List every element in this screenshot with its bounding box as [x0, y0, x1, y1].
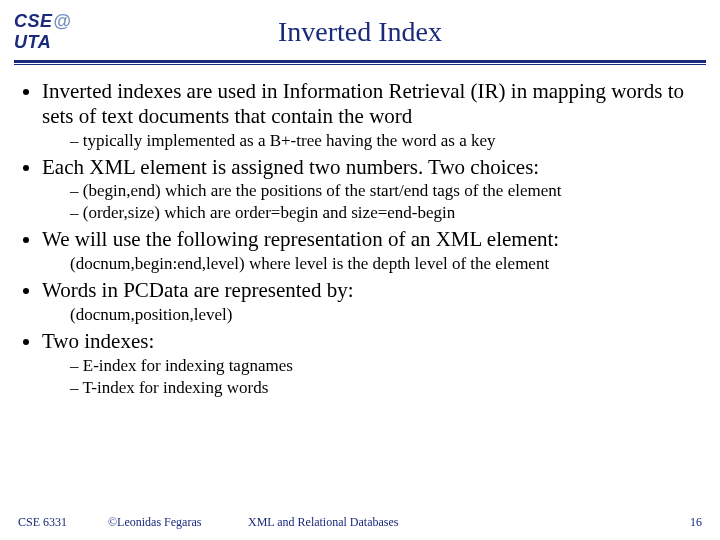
bullet-text: Each XML element is assigned two numbers…	[42, 155, 539, 179]
sub-item: (order,size) which are order=begin and s…	[70, 203, 700, 223]
footer-topic: XML and Relational Databases	[248, 515, 662, 530]
logo-text: CSE@UTA	[14, 11, 104, 53]
bullet-text: Words in PCData are represented by:	[42, 278, 353, 302]
header: CSE@UTA Inverted Index	[0, 0, 720, 56]
bullet-text: We will use the following representation…	[42, 227, 559, 251]
logo-right: UTA	[14, 32, 51, 52]
sub-list: typically implemented as a B+-tree havin…	[42, 131, 700, 151]
footer: CSE 6331 ©Leonidas Fegaras XML and Relat…	[0, 515, 720, 530]
sub-item: E-index for indexing tagnames	[70, 356, 700, 376]
bullet-list: Inverted indexes are used in Information…	[20, 79, 700, 398]
logo-left: CSE	[14, 11, 53, 31]
sub-item: T-index for indexing words	[70, 378, 700, 398]
bullet-item: Each XML element is assigned two numbers…	[42, 155, 700, 224]
slide-title: Inverted Index	[104, 16, 706, 48]
sub-plain: (docnum,position,level)	[42, 305, 700, 325]
bullet-item: We will use the following representation…	[42, 227, 700, 274]
sub-list: (begin,end) which are the positions of t…	[42, 181, 700, 223]
sub-item: (begin,end) which are the positions of t…	[70, 181, 700, 201]
sub-item: typically implemented as a B+-tree havin…	[70, 131, 700, 151]
bullet-text: Inverted indexes are used in Information…	[42, 79, 684, 128]
footer-copyright: ©Leonidas Fegaras	[108, 515, 248, 530]
sub-plain: (docnum,begin:end,level) where level is …	[42, 254, 700, 274]
footer-page: 16	[662, 515, 702, 530]
at-icon: @	[53, 11, 73, 32]
bullet-item: Two indexes: E-index for indexing tagnam…	[42, 329, 700, 398]
bullet-text: Two indexes:	[42, 329, 154, 353]
bullet-item: Inverted indexes are used in Information…	[42, 79, 700, 151]
bullet-item: Words in PCData are represented by: (doc…	[42, 278, 700, 325]
logo: CSE@UTA	[14, 19, 104, 45]
footer-course: CSE 6331	[18, 515, 108, 530]
sub-list: E-index for indexing tagnames T-index fo…	[42, 356, 700, 398]
slide-body: Inverted indexes are used in Information…	[0, 65, 720, 398]
